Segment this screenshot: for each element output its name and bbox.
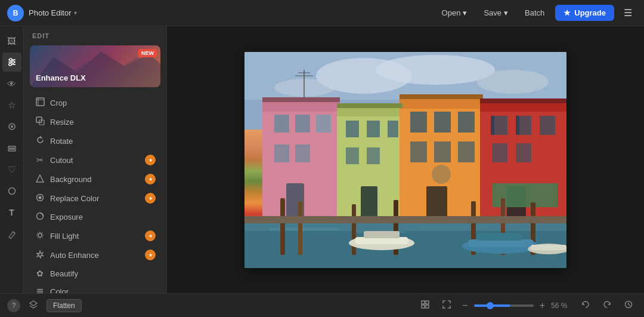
svg-rect-50 <box>346 121 359 137</box>
heart-icon-btn[interactable]: ♡ <box>2 160 21 179</box>
title-chevron-icon: ▾ <box>74 10 77 16</box>
sidebar-item-cutout[interactable]: ✂ Cutout ★ <box>26 150 164 170</box>
image-icon-btn[interactable]: 🖼 <box>2 31 21 50</box>
svg-rect-71 <box>492 143 507 162</box>
svg-rect-55 <box>361 186 377 219</box>
upgrade-button[interactable]: ★ Upgrade <box>555 5 614 21</box>
background-premium-badge: ★ <box>145 174 156 184</box>
flatten-button[interactable]: Flatten <box>47 299 82 312</box>
batch-button[interactable]: Batch <box>519 6 550 20</box>
svg-rect-105 <box>422 301 425 304</box>
draw-icon-btn[interactable] <box>2 224 21 244</box>
svg-rect-59 <box>434 112 451 133</box>
exposure-label: Exposure <box>50 213 156 221</box>
color-label: Color <box>50 287 156 293</box>
sidebar-item-auto-enhance[interactable]: Auto Enhance ★ <box>26 245 164 264</box>
svg-rect-33 <box>37 293 43 293</box>
fit-screen-button[interactable] <box>417 297 434 313</box>
resize-label: Resize <box>50 118 156 127</box>
svg-rect-86 <box>268 228 340 230</box>
svg-rect-51 <box>367 121 380 137</box>
save-chevron-icon: ▾ <box>504 8 508 17</box>
svg-rect-63 <box>458 141 475 162</box>
sliders-icon-btn[interactable] <box>2 53 21 72</box>
svg-rect-62 <box>434 141 451 162</box>
sidebar-item-color[interactable]: Color <box>26 282 164 293</box>
sidebar-item-rotate[interactable]: Rotate <box>26 131 164 150</box>
enhance-dlx-label: Enhance DLX <box>36 73 86 82</box>
sidebar-item-crop[interactable]: Crop <box>26 93 164 112</box>
zoom-slider[interactable] <box>474 304 534 307</box>
svg-rect-9 <box>8 149 16 151</box>
svg-point-22 <box>38 233 42 237</box>
svg-rect-106 <box>426 301 429 304</box>
open-button[interactable]: Open ▾ <box>436 6 473 20</box>
main-area: 🖼 👁 ☆ ♡ T EDIT <box>0 26 644 293</box>
svg-rect-42 <box>274 115 289 133</box>
svg-rect-78 <box>337 103 402 108</box>
svg-rect-107 <box>422 305 425 308</box>
save-button[interactable]: Save ▾ <box>478 6 514 20</box>
svg-rect-89 <box>280 198 285 255</box>
crop-icon <box>35 97 45 108</box>
svg-point-64 <box>432 165 451 184</box>
sidebar-item-background[interactable]: Background ★ <box>26 170 164 189</box>
sidebar-item-fill-light[interactable]: Fill Light ★ <box>26 226 164 245</box>
svg-rect-80 <box>480 99 566 103</box>
canvas-area <box>167 26 644 293</box>
history-button[interactable] <box>620 297 637 313</box>
svg-rect-58 <box>410 112 427 133</box>
rotate-reset-button[interactable] <box>577 297 594 313</box>
svg-line-30 <box>38 236 38 237</box>
svg-rect-54 <box>367 147 380 164</box>
svg-rect-79 <box>400 94 483 99</box>
sidebar: EDIT Enhance DLX NEW Crop <box>24 26 167 293</box>
layers-toggle-button[interactable] <box>25 297 42 313</box>
auto-enhance-premium-badge: ★ <box>145 250 156 260</box>
icon-rail: 🖼 👁 ☆ ♡ T <box>0 26 24 293</box>
svg-rect-98 <box>364 231 400 238</box>
undo-button[interactable] <box>599 297 615 313</box>
svg-line-11 <box>13 232 15 233</box>
fullscreen-button[interactable] <box>438 297 455 313</box>
star-icon-btn[interactable]: ☆ <box>2 96 21 115</box>
zoom-in-button[interactable]: + <box>537 299 547 312</box>
rotate-icon <box>35 136 45 146</box>
fill-light-label: Fill Light <box>50 232 140 241</box>
sidebar-item-replace-color[interactable]: Replace Color ★ <box>26 189 164 208</box>
enhance-dlx-card[interactable]: Enhance DLX NEW <box>30 45 160 87</box>
svg-rect-101 <box>477 233 522 241</box>
upgrade-star-icon: ★ <box>564 8 571 17</box>
help-button[interactable]: ? <box>7 299 20 312</box>
svg-rect-104 <box>244 216 566 223</box>
text-icon-btn[interactable]: T <box>2 203 21 222</box>
svg-point-20 <box>39 196 42 199</box>
zoom-out-button[interactable]: − <box>460 299 470 312</box>
effects-icon-btn[interactable] <box>2 117 21 136</box>
zoom-value-label: 56 % <box>551 301 572 310</box>
background-label: Background <box>50 175 140 184</box>
svg-rect-108 <box>426 305 429 308</box>
svg-rect-8 <box>8 146 16 148</box>
sidebar-item-resize[interactable]: Resize <box>26 112 164 131</box>
svg-line-29 <box>42 232 42 233</box>
svg-point-10 <box>8 188 15 195</box>
svg-rect-32 <box>37 291 43 292</box>
svg-point-4 <box>12 61 14 63</box>
layers-icon-btn[interactable] <box>2 139 21 158</box>
auto-enhance-label: Auto Enhance <box>50 251 140 260</box>
menu-button[interactable]: ☰ <box>619 5 637 21</box>
app-logo: B <box>7 5 24 21</box>
zoom-controls: − + 56 % <box>460 299 572 312</box>
shape-icon-btn[interactable] <box>2 181 21 201</box>
sidebar-item-exposure[interactable]: Exposure <box>26 208 164 226</box>
svg-rect-61 <box>410 141 427 162</box>
svg-line-27 <box>38 232 38 233</box>
svg-rect-73 <box>491 116 494 135</box>
svg-line-28 <box>42 236 42 237</box>
replace-color-label: Replace Color <box>50 194 140 203</box>
replace-color-premium-badge: ★ <box>145 193 156 204</box>
background-icon <box>35 174 45 184</box>
eye-icon-btn[interactable]: 👁 <box>2 74 21 93</box>
sidebar-item-beautify[interactable]: ✿ Beautify <box>26 264 164 282</box>
